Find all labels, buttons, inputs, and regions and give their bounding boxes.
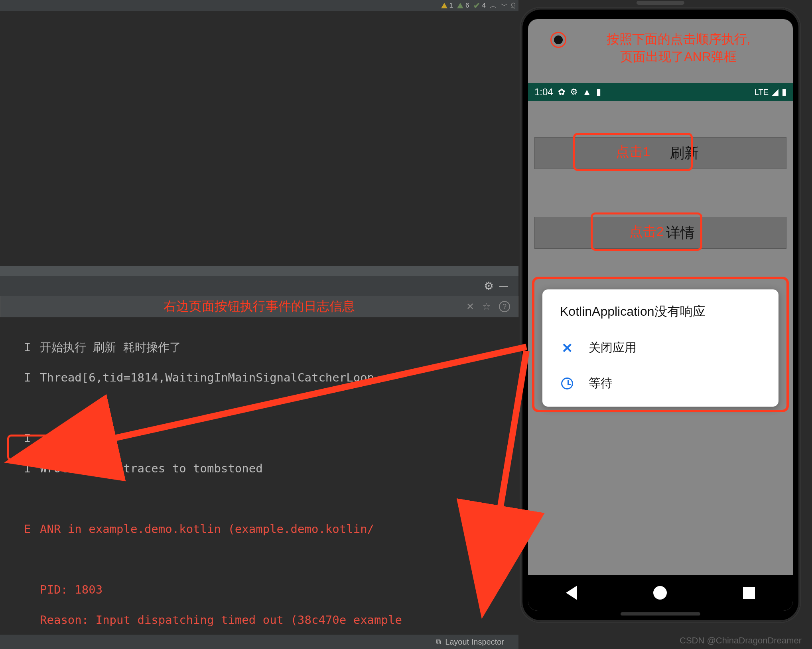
warning-check[interactable]: ✔ 4 [473,1,486,10]
phone-homebar [621,612,700,616]
instruction-line2: 页面出现了ANR弹框 [620,49,737,64]
check-icon: ✔ [473,1,480,10]
detail-button[interactable]: 点击2 详情 [534,217,786,249]
filter-annotation-label: 右边页面按钮执行事件的日志信息 [164,298,355,315]
ide-footer: ⧉ Layout Inspector [0,635,518,649]
phone-speaker [637,1,684,5]
android-navbar [528,575,793,611]
console-toolbar: ⚙ — [0,276,518,296]
watermark: CSDN @ChinaDragonDreamer [680,635,802,646]
layout-inspector-label[interactable]: Layout Inspector [445,637,504,647]
nav-recent-button[interactable] [743,587,755,599]
log-error-line: Reason: Input dispatching timed out (38c… [40,612,402,627]
warning-triangle-green-icon [457,3,463,8]
log-line: Wrote stack traces to tombstoned [40,461,263,476]
clock-icon [560,376,574,391]
log-level: I [24,340,40,355]
nav-home-button[interactable] [653,586,667,600]
warning-green-count: 6 [465,2,469,10]
app-body: 点击1 刷新 点击2 详情 KotlinApplication没有响应 ✕ 关闭… [528,101,793,575]
log-error-line: PID: 1803 [40,582,102,597]
warning-yellow[interactable]: 1 [441,2,453,10]
log-level: I [24,370,40,385]
warning-icon: ▲ [583,87,591,97]
android-statusbar: 1:04 ✿ ⚙ ▲ ▮ LTE ◢ ▮ [528,83,793,101]
gear-icon[interactable]: ⚙ [484,279,494,293]
panel-divider[interactable] [0,266,518,276]
signal-icon: ◢ [772,87,778,97]
phone-frame: 按照下面的点击顺序执行, 页面出现了ANR弹框 1:04 ✿ ⚙ ▲ ▮ LTE… [521,8,800,622]
console-filter-bar[interactable]: 右边页面按钮执行事件的日志信息 ✕ ☆ ? [0,296,518,317]
phone-screen: 按照下面的点击顺序执行, 页面出现了ANR弹框 1:04 ✿ ⚙ ▲ ▮ LTE… [528,19,793,611]
log-level: I [24,431,40,446]
log-level: I [24,461,40,476]
logcat-output[interactable]: I 开始执行 刷新 耗时操作了 I Thread[6,tid=1814,Wait… [0,317,518,620]
warning-check-count: 4 [482,2,486,10]
network-label: LTE [755,88,769,97]
sdcard-icon: ▮ [596,87,601,97]
favorite-icon[interactable]: ☆ [482,301,491,312]
log-line: 开始执行 刷新 耗时操作了 [40,340,181,355]
click-tag-2: 点击2 [591,212,702,251]
gradle-sidetab[interactable]: Gr [508,0,518,11]
phone-camera-annotation [550,32,566,48]
click-tag-2-label: 点击2 [629,222,664,241]
chevron-up-icon[interactable]: ︿ [490,1,497,10]
log-error-line: ANR in example.demo.kotlin (example.demo… [40,521,374,537]
gear-icon: ⚙ [570,87,578,97]
nav-back-button[interactable] [566,586,577,600]
warning-triangle-icon [441,3,447,8]
settings-icon: ✿ [558,87,565,97]
warning-green[interactable]: 6 [457,2,469,10]
battery-icon: ▮ [782,87,786,97]
clear-filter-icon[interactable]: ✕ [466,301,474,312]
anr-dialog-wait-option[interactable]: 等待 [542,366,778,401]
minimize-icon[interactable]: — [499,281,508,291]
anr-dialog-title: KotlinApplication没有响应 [542,303,778,330]
anr-dialog-close-option[interactable]: ✕ 关闭应用 [542,330,778,366]
ide-panel: 1 6 ✔ 4 ︿ ﹀ Gr ⚙ — 右边页面按钮执行事件的日志信息 ✕ ☆ ?… [0,0,518,649]
anr-dialog-wait-label: 等待 [589,375,613,391]
statusbar-time: 1:04 [534,87,553,98]
anr-dialog: KotlinApplication没有响应 ✕ 关闭应用 等待 [542,289,778,407]
layout-inspector-icon[interactable]: ⧉ [436,638,441,646]
close-icon: ✕ [560,341,574,355]
instruction-text: 按照下面的点击顺序执行, 页面出现了ANR弹框 [576,30,781,65]
refresh-button[interactable]: 点击1 刷新 [534,137,786,169]
editor-empty-area [0,11,518,266]
log-line: Thread[6,tid=1814,WaitingInMainSignalCat… [40,370,381,385]
instruction-line1: 按照下面的点击顺序执行, [607,32,751,46]
warning-yellow-count: 1 [449,2,453,10]
help-icon[interactable]: ? [499,301,510,312]
anr-dialog-close-label: 关闭应用 [589,340,637,356]
ide-inspections-bar: 1 6 ✔ 4 ︿ ﹀ [0,0,518,11]
log-level-error: E [24,521,40,537]
chevron-down-icon[interactable]: ﹀ [501,1,508,10]
click-tag-1: 点击1 [573,133,693,171]
click-tag-1-label: 点击1 [616,143,650,161]
